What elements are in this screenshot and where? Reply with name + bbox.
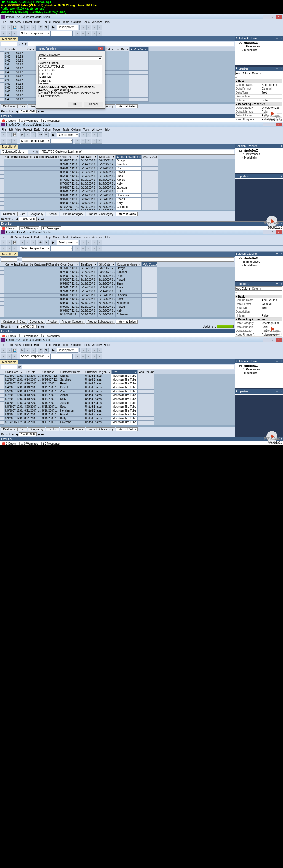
nav-first-icon[interactable]: ⏮ [12,110,14,113]
menu-item[interactable]: Column [71,236,81,239]
errors-filter[interactable]: 🔴 0 Errors [1,334,17,337]
menu-item[interactable]: Debug [42,128,51,131]
sheet-tab[interactable]: Product [46,427,59,431]
errors-filter[interactable]: 🔴 0 Errors [1,226,17,229]
cancel-button[interactable]: Cancel [84,101,103,107]
open-icon[interactable]: ▫ [7,240,11,245]
menu-item[interactable]: Column [71,343,81,346]
function-list[interactable]: CALCULATETABLECROSSJOINDISTINCTEARLIEREA… [38,65,102,84]
formula-bar[interactable] [22,257,234,261]
name-box[interactable] [1,365,17,369]
menu-item[interactable]: Model [53,21,60,24]
menu-item[interactable]: Project [24,343,32,346]
messages-filter[interactable]: ℹ 0 Messages [41,334,61,337]
menu-item[interactable]: Window [92,128,102,131]
default-combo[interactable] [51,354,72,359]
tree-refs[interactable]: 🗀 References [235,368,282,371]
add-column-header[interactable]: Add Column [142,155,158,159]
undo-icon[interactable]: ↶ [38,25,43,30]
add-column-header[interactable]: Add Column [138,370,154,374]
prop-row[interactable]: HiddenFalse [235,314,282,318]
menu-item[interactable]: Build [34,21,40,24]
tree-root[interactable]: 🗀 IntroToDAX [235,256,282,260]
menu-item[interactable]: Column [71,128,81,131]
messages-filter[interactable]: ℹ 0 Messages [41,119,61,122]
sheet-tab[interactable]: Product Category [60,319,85,324]
open-icon[interactable]: ▫ [7,348,11,353]
menu-item[interactable]: Help [104,236,109,239]
prop-row[interactable]: Description [235,95,282,98]
name-box[interactable] [1,42,17,46]
menu-item[interactable]: Table [63,343,69,346]
cut-icon[interactable]: ✂ [20,348,25,353]
nav-prev-icon[interactable]: ◀ [16,433,18,436]
open-icon[interactable]: ▫ [7,132,11,137]
column-header[interactable]: Customer Region▾ [84,370,112,374]
sheet-tab[interactable]: Customer [1,427,17,431]
add-column-header[interactable]: Add Column [129,47,149,51]
undo-icon[interactable]: ↶ [38,132,43,137]
sheet-tab[interactable]: Internet Sales [116,319,138,324]
default-combo[interactable] [51,246,72,251]
warnings-filter[interactable]: ⚠ 0 Warnings [19,226,39,229]
tree-model[interactable]: ▫ Model.bim [235,264,282,267]
column-header[interactable]: CustomerPONumber▾ [33,155,59,159]
menu-item[interactable]: Tools [83,21,89,24]
menu-item[interactable]: Build [34,343,40,346]
column-header[interactable]: DueDate▾ [80,262,98,267]
sheet-tab[interactable]: Geography [28,212,45,216]
maximize-button[interactable]: □ [270,338,276,342]
minimize-button[interactable]: _ [263,338,269,342]
paste-icon[interactable]: ▫ [31,348,36,353]
record-position[interactable]: 1 of 60,398 [19,325,37,329]
menu-item[interactable]: Project [24,236,32,239]
menu-item[interactable]: View [15,128,21,131]
column-header[interactable]: CarrierTrackingNumber▾ [4,262,33,267]
prop-row[interactable]: Data FormatGeneral [235,302,282,306]
sheet-tab[interactable]: Date [18,319,27,324]
tree-refs[interactable]: 🗀 References [235,152,282,156]
record-position[interactable]: 1 of 60,398 [19,110,37,113]
column-header[interactable]: ShipDate▾ [98,155,116,159]
column-header[interactable]: OrderDate▾ [59,262,80,267]
column-header[interactable]: Pro…▾ [112,370,138,374]
add-column-header[interactable]: Add Colum [142,262,157,267]
panel-close-icon[interactable]: ▾ ▪ × [276,252,282,255]
new-icon[interactable]: ▫ [1,240,6,245]
sheet-tab[interactable]: Product Subcategory [86,212,115,216]
minimize-button[interactable]: _ [263,15,269,19]
column-header[interactable]: CarrierTrackingNumber▾ [4,155,33,159]
default-combo[interactable] [51,31,72,36]
column-header[interactable]: Customer Name▾ [59,370,84,374]
redo-icon[interactable]: ↷ [43,240,49,245]
messages-filter[interactable]: ℹ 0 Messages [41,442,61,445]
sheet-tab[interactable]: Product Subcategory [86,427,115,431]
doc-tab[interactable]: Model.bim* [0,252,19,256]
maximize-button[interactable]: □ [270,230,276,234]
close-button[interactable]: × [276,123,282,126]
sheet-tab[interactable]: Product [46,212,59,216]
sheet-tab[interactable]: Product Category [60,212,85,216]
errors-filter[interactable]: 🔴 0 Errors [1,119,17,122]
tree-root[interactable]: 🗀 IntroToDAX [235,149,282,152]
redo-icon[interactable]: ↷ [43,25,49,30]
prop-row[interactable]: Description [235,310,282,314]
menu-item[interactable]: Edit [8,128,13,131]
menu-item[interactable]: Debug [42,343,51,346]
config-combo[interactable]: Development [57,132,78,137]
nav-first-icon[interactable]: ⏮ [12,433,14,436]
nav-next-icon[interactable]: ▶ [38,217,40,220]
record-position[interactable]: 1 of 60,398 [19,432,37,436]
nav-last-icon[interactable]: ⏭ [41,325,44,328]
config-combo[interactable]: Development [57,240,78,245]
sheet-tab[interactable]: Product Category [60,427,85,431]
menu-item[interactable]: Tools [83,236,89,239]
nav-prev-icon[interactable]: ◀ [16,325,18,328]
column-header[interactable]: DueDate▾ [23,370,41,374]
paste-icon[interactable]: ▫ [31,25,36,30]
panel-close-icon[interactable]: ▾ ▪ × [276,145,282,148]
sheet-tab[interactable]: Geography [28,319,45,324]
column-header[interactable]: Customer Name▾ [116,262,142,267]
tree-model[interactable]: ▫ Model.bim [235,48,282,52]
menu-item[interactable]: File [2,343,6,346]
